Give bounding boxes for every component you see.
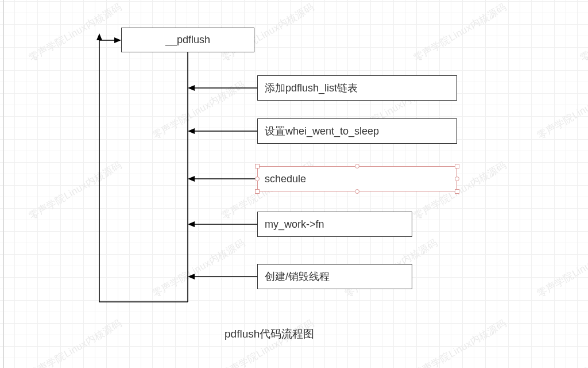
resize-handle-w[interactable]: [255, 177, 260, 181]
svg-marker-2: [188, 85, 195, 91]
watermark: 零声学院Linux内核源码: [27, 159, 125, 223]
resize-handle-ne[interactable]: [455, 164, 459, 168]
step-box-2-selected[interactable]: schedule: [257, 166, 457, 191]
resize-handle-e[interactable]: [455, 177, 459, 181]
watermark: 零声学院Linux内核源码: [150, 236, 248, 300]
watermark: 零声学院Linux内核源码: [412, 317, 509, 368]
watermark: 零声学院Linux内核源码: [219, 317, 317, 368]
svg-marker-4: [188, 176, 195, 182]
step-box-0[interactable]: 添加pdflush_list链表: [257, 75, 457, 101]
step-4-label: 创建/销毁线程: [265, 270, 330, 283]
resize-handle-s[interactable]: [355, 189, 359, 194]
step-1-label: 设置whei_went_to_sleep: [265, 124, 379, 138]
diagram-canvas[interactable]: 零声学院Linux内核源码零声学院Linux内核源码零声学院Linux内核源码零…: [0, 0, 588, 368]
step-0-label: 添加pdflush_list链表: [265, 81, 358, 95]
watermark: 零声学院Linux内核源码: [412, 1, 509, 64]
top-box-label: __pdflush: [165, 34, 210, 46]
resize-handle-n[interactable]: [355, 164, 359, 168]
step-box-1[interactable]: 设置whei_went_to_sleep: [257, 118, 457, 144]
resize-handle-nw[interactable]: [255, 164, 260, 168]
svg-marker-0: [96, 33, 102, 40]
watermark: 零声学院Linux内核源码: [27, 1, 125, 64]
diagram-title: pdflush代码流程图: [225, 327, 314, 342]
step-box-3[interactable]: my_work->fn: [257, 212, 412, 237]
svg-marker-1: [114, 37, 121, 43]
watermark: 零声学院Linux内核源码: [150, 78, 248, 142]
step-box-4[interactable]: 创建/销毁线程: [257, 264, 412, 289]
svg-marker-3: [188, 128, 195, 134]
watermark: 零声学院Linux内核源码: [578, 1, 588, 64]
resize-handle-se[interactable]: [455, 189, 459, 194]
top-box-pdflush[interactable]: __pdflush: [121, 28, 254, 52]
watermark: 零声学院Linux内核源码: [578, 317, 588, 368]
step-3-label: my_work->fn: [265, 218, 324, 231]
watermark: 零声学院Linux内核源码: [535, 236, 588, 300]
watermark: 零声学院Linux内核源码: [27, 317, 125, 368]
svg-marker-6: [188, 274, 195, 279]
svg-marker-5: [188, 221, 195, 227]
step-2-label: schedule: [265, 173, 306, 185]
resize-handle-sw[interactable]: [255, 189, 260, 194]
watermark: 零声学院Linux内核源码: [535, 78, 588, 142]
